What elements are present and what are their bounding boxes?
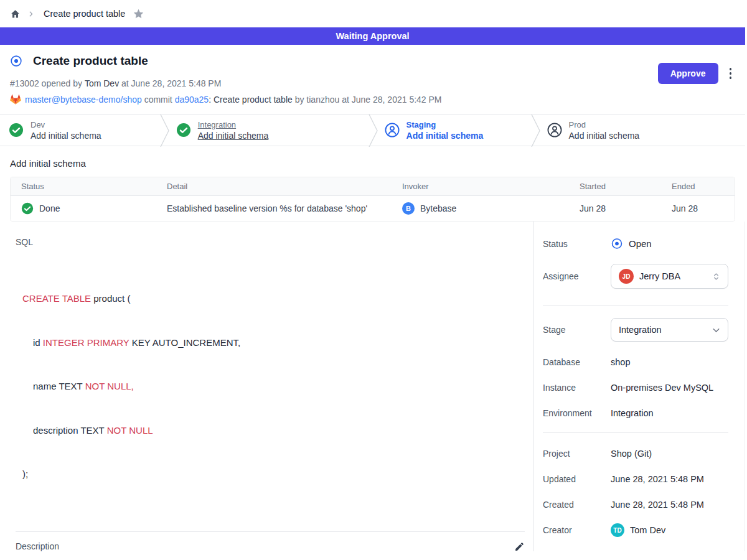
favorite-star-icon[interactable] <box>133 8 144 20</box>
divider <box>543 306 728 306</box>
creator-avatar: TD <box>611 523 624 537</box>
updated-label: Updated <box>543 474 611 484</box>
divider <box>543 432 728 433</box>
page: Create product table Waiting Approval Cr… <box>0 0 745 560</box>
check-circle-icon <box>21 202 34 215</box>
task-started: Jun 28 <box>569 203 661 213</box>
stage-env-label: Prod <box>569 120 640 129</box>
created-value: June 28, 2021 5:48 PM <box>611 500 704 510</box>
approval-banner-text: Waiting Approval <box>336 31 409 41</box>
status-open-icon <box>611 238 623 250</box>
environment-label: Environment <box>543 408 611 418</box>
stage-task-link[interactable]: Add initial schema <box>198 131 269 141</box>
task-status: Done <box>39 203 60 213</box>
stage-select[interactable]: Integration <box>611 318 728 342</box>
stage-prod[interactable]: Prod Add initial schema <box>540 114 745 146</box>
stage-staging[interactable]: Staging Add initial schema <box>378 114 531 146</box>
commit-branch-link[interactable]: master@bytebase-demo/shop <box>25 95 142 105</box>
task-detail: Established baseline version %s for data… <box>156 203 392 213</box>
stage-separator-icon <box>531 114 540 147</box>
issue-number: #13002 opened by <box>10 78 85 88</box>
project-value: Shop (Git) <box>611 449 652 459</box>
stage-env-label: Dev <box>31 120 101 129</box>
edit-pencil-icon[interactable] <box>514 541 525 552</box>
check-circle-icon <box>9 123 24 138</box>
person-circle-icon <box>547 123 562 138</box>
chevron-right-icon <box>27 10 35 18</box>
sql-line: id INTEGER PRIMARY KEY AUTO_INCREMENT, <box>22 335 525 350</box>
commit-author: by tianzhou at June 28, 2021 5:42 PM <box>293 95 442 105</box>
issue-title: Create product table <box>33 54 148 68</box>
assignee-label: Assignee <box>543 271 611 281</box>
issue-opened-at: at June 28, 2021 5:48 PM <box>119 78 221 88</box>
sql-line: ); <box>22 467 525 482</box>
task-section-title: Add initial schema <box>10 158 735 169</box>
issue-open-icon <box>10 55 22 67</box>
table-row: Done Established baseline version %s for… <box>11 196 735 221</box>
commit-line: master@bytebase-demo/shop commit da90a25… <box>10 94 442 105</box>
assignee-select[interactable]: JD Jerry DBA <box>611 264 728 289</box>
issue-meta: #13002 opened by Tom Dev at June 28, 202… <box>10 78 442 88</box>
chevron-down-icon <box>711 325 721 335</box>
creator-value: Tom Dev <box>630 525 665 535</box>
approve-button[interactable]: Approve <box>658 63 718 84</box>
database-value: shop <box>611 357 630 367</box>
assignee-value: Jerry DBA <box>639 271 705 281</box>
stage-separator-icon <box>369 114 378 147</box>
sql-line: description TEXT NOT NULL <box>22 423 525 438</box>
issue-opener: Tom Dev <box>85 78 119 88</box>
stage-integration[interactable]: Integration Add initial schema <box>169 114 369 146</box>
assignee-avatar: JD <box>619 269 634 284</box>
breadcrumb: Create product table <box>0 0 745 27</box>
creator-label: Creator <box>543 525 611 535</box>
sql-code-block: CREATE TABLE product ( id INTEGER PRIMAR… <box>22 262 525 511</box>
instance-label: Instance <box>543 383 611 393</box>
status-label: Status <box>543 239 611 249</box>
database-label: Database <box>543 357 611 367</box>
issue-header: Create product table #13002 opened by To… <box>0 45 745 114</box>
stage-label: Stage <box>543 325 611 335</box>
breadcrumb-current: Create product table <box>44 9 125 19</box>
task-ended: Jun 28 <box>661 203 735 213</box>
stage-dev[interactable]: Dev Add initial schema <box>0 114 160 146</box>
task-invoker: Bytebase <box>420 203 456 213</box>
instance-value: On-premises Dev MySQL <box>611 383 713 393</box>
commit-hash-link[interactable]: da90a25 <box>175 95 209 105</box>
commit-word: commit <box>142 95 175 105</box>
column-header: Detail <box>156 182 392 191</box>
description-label: Description <box>16 541 59 551</box>
approval-banner: Waiting Approval <box>0 27 745 45</box>
environment-value: Integration <box>611 408 654 418</box>
lower-section: SQL CREATE TABLE product ( id INTEGER PR… <box>0 222 745 551</box>
stage-task-label: Add initial schema <box>406 131 484 141</box>
main-column: SQL CREATE TABLE product ( id INTEGER PR… <box>0 222 534 551</box>
stage-env-label[interactable]: Integration <box>198 120 269 129</box>
gitlab-icon <box>10 94 21 105</box>
stage-env-label: Staging <box>406 120 484 129</box>
more-actions-button[interactable] <box>728 64 733 83</box>
task-section: Add initial schema Status Detail Invoker… <box>0 146 745 222</box>
stage-value: Integration <box>619 325 705 335</box>
column-header: Started <box>569 182 661 191</box>
stage-task-label: Add initial schema <box>31 131 101 141</box>
check-circle-icon <box>176 123 191 138</box>
updated-value: June 28, 2021 5:48 PM <box>611 474 704 484</box>
person-circle-icon <box>385 123 400 138</box>
home-icon[interactable] <box>10 9 21 19</box>
sql-label: SQL <box>16 237 525 247</box>
stage-task-label: Add initial schema <box>569 131 640 141</box>
sidebar: Status Open Assignee JD Jerry DBA <box>534 222 745 551</box>
column-header: Invoker <box>392 182 569 191</box>
stage-separator-icon <box>160 114 169 147</box>
divider <box>16 531 525 532</box>
status-value: Open <box>629 238 652 249</box>
commit-message: : Create product table <box>209 95 293 105</box>
updown-chevron-icon <box>711 271 721 282</box>
invoker-avatar: B <box>402 202 415 215</box>
sql-line: name TEXT NOT NULL, <box>22 379 525 394</box>
created-label: Created <box>543 500 611 510</box>
project-label: Project <box>543 449 611 459</box>
column-header: Ended <box>661 182 735 191</box>
column-header: Status <box>11 182 156 191</box>
pipeline: Dev Add initial schema Integration Add i… <box>0 114 745 146</box>
